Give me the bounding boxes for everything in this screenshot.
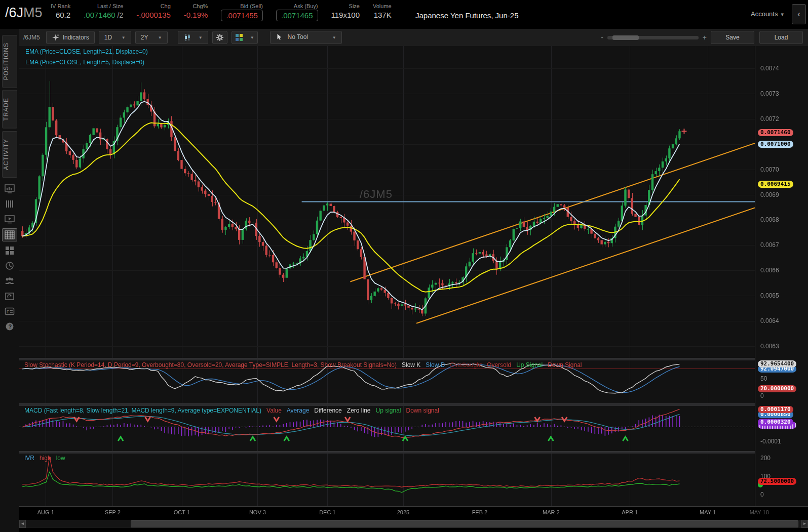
sidebar-tab-trade[interactable]: TRADE	[2, 90, 17, 129]
instrument-description: Japanese Yen Futures, Jun-25	[415, 11, 518, 20]
history-clock-icon[interactable]	[3, 260, 17, 272]
panel-divider[interactable]	[19, 358, 808, 360]
price-bubble: 20.0000000	[758, 385, 796, 392]
price-axis[interactable]: 0.00740.00730.00720.00700.00690.00680.00…	[755, 46, 808, 506]
chevron-down-icon: ▼	[250, 35, 254, 40]
chart-settings-button[interactable]	[212, 31, 227, 44]
zoom-in-button[interactable]: +	[699, 33, 711, 42]
quote-list-icon[interactable]	[3, 198, 17, 210]
axis-tick-label: 0	[760, 392, 764, 399]
chevron-down-icon: ▼	[158, 35, 162, 40]
axis-tick-label: 0.0070	[760, 166, 779, 173]
help-icon[interactable]: ?	[3, 320, 17, 333]
quote-field-value[interactable]: .0071455	[221, 10, 263, 21]
svg-text:F: F	[7, 309, 10, 314]
time-axis-label: SEP 2	[100, 509, 125, 515]
quote-field-label: IV Rank	[51, 3, 70, 9]
quote-field-value: -.0000135	[136, 11, 171, 19]
studies-spark-icon	[52, 33, 60, 42]
drawing-tool-dropdown[interactable]: No Tool ▼	[270, 31, 342, 44]
quote-field: IV Rank60.2	[51, 3, 70, 19]
quote-field-label: Volume	[373, 3, 392, 9]
axis-tick-label: 0.0067	[760, 241, 779, 249]
quote-field-label: Ask (Buy)	[294, 3, 318, 9]
quote-field-label: Chg%	[193, 3, 208, 9]
scrollbar-track[interactable]	[26, 520, 131, 527]
axis-tick-label: 0.0068	[760, 216, 779, 223]
price-bubble: 0.0000320	[758, 419, 793, 426]
sidebar-icons: F?	[0, 183, 19, 336]
chevron-down-icon: ▼	[122, 35, 126, 40]
quote-field-value[interactable]: .0071465	[276, 10, 318, 21]
sidebar-tabs: POSITIONSTRADEACTIVITY	[0, 29, 19, 178]
price-chart-canvas[interactable]	[19, 46, 755, 358]
quote-value-text: .0071465	[281, 11, 313, 20]
quote-field: Chg%-0.19%	[184, 3, 208, 19]
timeframe-dropdown[interactable]: 1D▼	[99, 31, 131, 44]
accounts-menu[interactable]: Accounts▾	[751, 10, 784, 18]
fn-keys-icon[interactable]: F	[3, 305, 17, 317]
load-button[interactable]: Load	[759, 31, 803, 44]
price-bubble: 0.0001170	[758, 406, 793, 413]
toolbar-symbol-label: /6JM5	[23, 34, 40, 41]
shared-box-icon[interactable]	[3, 290, 17, 302]
time-axis-label: MAR 2	[539, 509, 563, 515]
quote-field: Size119x100	[331, 3, 360, 19]
quote-value-text: .0071455	[226, 11, 258, 20]
time-axis-label: AUG 1	[33, 509, 58, 515]
spreadsheet-grid-icon[interactable]	[2, 228, 17, 241]
widgets-icon[interactable]	[3, 244, 17, 257]
scroll-left-button[interactable]: ◄	[19, 520, 26, 528]
time-axis-label: NOV 3	[245, 509, 270, 515]
panel-divider[interactable]	[19, 451, 808, 454]
grid-layout-dropdown[interactable]: ▼	[232, 31, 258, 44]
media-player-icon[interactable]	[3, 213, 17, 225]
quote-field-label: Last / Size	[97, 3, 123, 9]
people-group-icon[interactable]	[3, 275, 17, 287]
ivr-chart-canvas[interactable]	[19, 453, 755, 506]
monitor-chart-icon[interactable]	[3, 183, 17, 195]
range-dropdown[interactable]: 2Y▼	[135, 31, 168, 44]
axis-tick-label: 0.0064	[760, 317, 779, 324]
chart-scrollbar[interactable]: ◄ ►	[19, 520, 808, 528]
time-axis[interactable]: AUG 1SEP 2OCT 1NOV 3DEC 12025FEB 2MAR 2A…	[19, 508, 808, 518]
panel-divider[interactable]	[19, 403, 808, 406]
indicators-button[interactable]: Indicators	[46, 31, 95, 44]
quote-value-text: -.0000135	[136, 11, 171, 19]
quote-value-text: .0071460	[84, 11, 116, 19]
collapse-panel-button[interactable]: ‹	[792, 4, 806, 24]
price-bubble: 0.0069415	[758, 181, 793, 188]
axis-tick-label: 0.0073	[760, 90, 779, 97]
chart-type-dropdown[interactable]: ▼	[178, 31, 208, 44]
axis-tick-label: 0.0074	[760, 65, 779, 72]
axis-tick-label: 0.0072	[760, 115, 779, 122]
price-bubble: 92.9654400	[758, 360, 796, 367]
scroll-right-button[interactable]: ►	[801, 520, 808, 528]
chevron-down-icon: ▾	[781, 11, 784, 17]
trading-app-window: { "header": { "symbol_main": "/6J", "sym…	[0, 0, 808, 532]
macd-chart-canvas[interactable]	[19, 405, 755, 451]
quote-field: Bid (Sell).0071455	[221, 3, 263, 21]
zoom-control: - +	[597, 33, 711, 42]
price-bubble: 0.0071000	[758, 141, 793, 148]
zoom-slider-thumb[interactable]	[612, 35, 639, 40]
quote-field: Ask (Buy).0071465	[276, 3, 318, 21]
quote-field-value: 119x100	[331, 11, 360, 19]
save-button[interactable]: Save	[711, 31, 754, 44]
quote-field-value: 137K	[374, 11, 392, 19]
scrollbar-thumb[interactable]	[131, 520, 798, 527]
price-bubble: 72.5000000	[758, 478, 796, 485]
zoom-out-button[interactable]: -	[597, 33, 607, 42]
time-axis-label: FEB 2	[468, 509, 492, 515]
time-axis-label: DEC 1	[315, 509, 339, 515]
sidebar-tab-activity[interactable]: ACTIVITY	[2, 131, 17, 178]
time-axis-label: APR 1	[618, 509, 642, 515]
gear-icon	[216, 33, 224, 42]
cursor-pointer-icon	[276, 33, 284, 42]
zoom-slider[interactable]	[607, 36, 699, 39]
price-bubble: 0.0071460	[758, 129, 793, 136]
sidebar-tab-positions[interactable]: POSITIONS	[2, 35, 17, 88]
axis-tick-label: 50	[760, 375, 767, 382]
time-axis-label: OCT 1	[170, 509, 194, 515]
stochastic-chart-canvas[interactable]	[19, 360, 755, 403]
